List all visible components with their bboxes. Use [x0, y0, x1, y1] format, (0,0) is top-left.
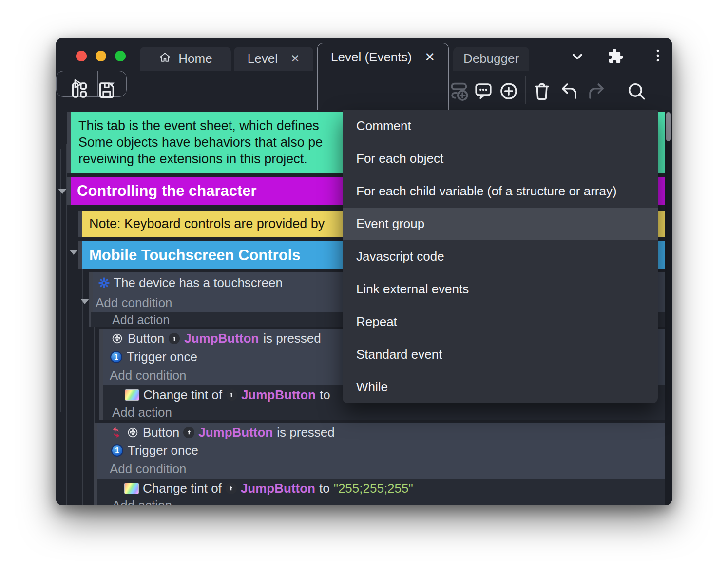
- scrollbar-track[interactable]: [665, 110, 672, 505]
- tint-icon: [124, 483, 139, 494]
- search-icon: [626, 81, 647, 101]
- action-post: to: [320, 387, 330, 403]
- tree-guide: [60, 149, 61, 412]
- add-action-button[interactable]: Add action: [112, 313, 170, 327]
- event-2-actions[interactable]: Change tint of JumpButton to "255;255;25…: [97, 479, 665, 505]
- object-name: JumpButton: [241, 481, 315, 496]
- window-menu-button[interactable]: [650, 47, 666, 66]
- object-name: JumpButton: [198, 425, 273, 440]
- add-subevent-button[interactable]: [447, 80, 469, 101]
- undo-icon: [559, 81, 579, 101]
- note-text: Note: Keyboard controls are provided by: [89, 216, 325, 231]
- menu-item-while[interactable]: While: [343, 371, 658, 403]
- row-gutter: [67, 112, 71, 173]
- row-gutter: [78, 211, 82, 237]
- delete-button[interactable]: [532, 81, 552, 101]
- menu-item-for-each-child-variable[interactable]: For each child variable (of a structure …: [343, 175, 658, 208]
- collapse-arrow-icon[interactable]: [69, 250, 78, 255]
- redo-button[interactable]: [586, 81, 607, 101]
- collapse-arrow-icon[interactable]: [58, 189, 67, 194]
- row-gutter: [78, 241, 82, 269]
- tab-level[interactable]: Level ✕: [234, 47, 313, 71]
- comment-icon: [473, 81, 494, 101]
- object-thumbnail: [226, 483, 237, 494]
- collapse-arrow-icon[interactable]: [80, 299, 89, 304]
- tab-label: Level (Events): [331, 50, 412, 65]
- group-title: Controlling the character: [77, 182, 257, 200]
- row-gutter: [67, 177, 71, 205]
- add-comment-button[interactable]: [473, 81, 494, 101]
- condition-pre: Button: [143, 425, 179, 440]
- add-condition-button[interactable]: Add condition: [110, 368, 187, 383]
- close-tab-icon[interactable]: ✕: [424, 50, 435, 65]
- add-more-button[interactable]: [498, 81, 519, 101]
- trigger-once-icon: 1: [111, 444, 123, 457]
- object-name: JumpButton: [184, 331, 259, 346]
- row-gutter: [99, 329, 103, 420]
- tab-label: Level: [248, 51, 278, 66]
- add-subevent-icon: [447, 80, 469, 101]
- toggle-panels-button[interactable]: [70, 80, 89, 100]
- tab-debugger[interactable]: Debugger: [453, 47, 529, 71]
- puzzle-icon: [608, 48, 624, 64]
- minimize-window-button[interactable]: [96, 51, 106, 61]
- add-action-button[interactable]: Add action: [112, 405, 172, 420]
- action-pre: Change tint of: [143, 387, 222, 403]
- menu-item-repeat[interactable]: Repeat: [343, 306, 658, 338]
- chevron-down-icon: [569, 48, 586, 65]
- gear-icon: [97, 276, 111, 289]
- menu-item-standard-event[interactable]: Standard event: [343, 338, 658, 371]
- add-condition-button[interactable]: Add condition: [110, 461, 187, 477]
- tab-level-events-active[interactable]: Level (Events) ✕: [317, 43, 449, 110]
- close-tab-icon[interactable]: ✕: [290, 53, 300, 64]
- trigger-once-icon: 1: [110, 351, 122, 363]
- plus-circle-icon: [498, 81, 519, 101]
- condition-post: is pressed: [277, 425, 335, 440]
- search-button[interactable]: [626, 81, 647, 101]
- trash-icon: [532, 81, 552, 101]
- extensions-button[interactable]: [608, 48, 624, 66]
- action-mid: to: [319, 481, 330, 496]
- object-thumbnail: [226, 389, 237, 401]
- trigger-once-text: Trigger once: [128, 443, 198, 458]
- menu-item-comment[interactable]: Comment: [343, 110, 658, 142]
- menu-item-javascript-code[interactable]: Javascript code: [343, 240, 658, 273]
- up-arrow-icon: [228, 485, 234, 492]
- trigger-once-text: Trigger once: [127, 349, 197, 365]
- home-icon: [158, 51, 172, 67]
- redo-icon: [586, 81, 607, 101]
- menu-item-for-each-object[interactable]: For each object: [343, 142, 658, 175]
- close-window-button[interactable]: [76, 51, 87, 61]
- condition-pre: Button: [128, 331, 164, 346]
- zoom-window-button[interactable]: [115, 51, 126, 61]
- up-arrow-icon: [186, 429, 192, 436]
- action-pre: Change tint of: [143, 481, 222, 496]
- object-thumbnail: [183, 427, 194, 438]
- tint-icon: [125, 389, 139, 401]
- tab-home[interactable]: Home: [140, 47, 231, 71]
- save-icon: [97, 80, 116, 100]
- tabs-dropdown-button[interactable]: [569, 48, 586, 67]
- kebab-menu-icon: [650, 47, 666, 64]
- add-action-button[interactable]: Add action: [112, 498, 172, 506]
- undo-button[interactable]: [559, 81, 579, 101]
- save-button[interactable]: [97, 80, 116, 100]
- app-window: Home Level ✕ Debugger: [56, 38, 672, 505]
- tab-label: Home: [178, 51, 212, 66]
- toolbar-separator: [613, 76, 613, 104]
- invert-condition-icon: [110, 426, 123, 439]
- menu-item-event-group[interactable]: Event group: [343, 208, 658, 240]
- tree-guide: [82, 256, 83, 505]
- condition-post: is pressed: [263, 331, 321, 346]
- layout-icon: [70, 80, 89, 100]
- up-arrow-icon: [171, 335, 178, 342]
- group-title: Mobile Touchscreen Controls: [89, 247, 300, 264]
- menu-item-link-external-events[interactable]: Link external events: [343, 273, 658, 306]
- object-name: JumpButton: [241, 387, 316, 403]
- button-icon: [127, 426, 139, 439]
- event-jumpbutton-pressed-2[interactable]: Button JumpButton is pressed 1 Trigger o…: [97, 423, 665, 479]
- action-value: "255;255;255": [334, 481, 413, 496]
- add-condition-button[interactable]: Add condition: [96, 295, 172, 310]
- up-arrow-icon: [228, 391, 235, 398]
- scrollbar-thumb[interactable]: [666, 112, 671, 141]
